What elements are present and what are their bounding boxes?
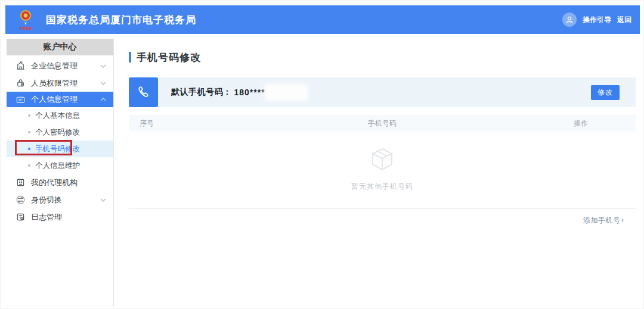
id-card-icon — [16, 95, 25, 104]
sidebar-item-identity-switch[interactable]: 身份切换 — [7, 191, 113, 208]
sidebar-item-label: 身份切换 — [31, 195, 94, 205]
operation-guide-link[interactable]: 操作引导 — [583, 15, 611, 25]
sidebar-item-label: 企业信息管理 — [31, 61, 94, 71]
chevron-down-icon — [100, 82, 106, 85]
logo-text: 中国税务 — [19, 26, 32, 29]
log-icon — [16, 213, 25, 221]
sidebar-subitem-phone-number-change[interactable]: 手机号码修改 — [7, 141, 113, 157]
sidebar-title: 账户中心 — [7, 39, 113, 55]
etax-app-window: 中国税务 国家税务总局厦门市电子税务局 操作引导 返回 账户中心 企业信息管理 … — [0, 0, 644, 309]
app-title: 国家税务总局厦门市电子税务局 — [46, 13, 196, 27]
chevron-down-icon — [100, 64, 106, 68]
sidebar-item-log-management[interactable]: 日志管理 — [7, 208, 113, 226]
sidebar: 账户中心 企业信息管理 人员权限管理 个人信息管理 个人基本信息 个人密码修改 … — [7, 39, 114, 307]
sidebar-subitem-personal-basic-info[interactable]: 个人基本信息 — [7, 107, 113, 124]
bullet-icon — [28, 114, 30, 117]
column-header-phone: 手机号码 — [368, 118, 397, 129]
sidebar-item-enterprise-info[interactable]: 企业信息管理 — [7, 55, 113, 74]
empty-state: 暂无其他手机号码 — [129, 146, 636, 192]
switch-icon — [16, 195, 25, 204]
enterprise-icon — [16, 61, 25, 70]
empty-state-text: 暂无其他手机号码 — [351, 182, 413, 192]
sidebar-item-label: 人员权限管理 — [31, 78, 94, 89]
sidebar-item-label: 我的代理机构 — [31, 177, 106, 188]
agency-icon — [16, 178, 25, 187]
user-avatar-icon[interactable] — [562, 13, 577, 27]
column-header-action: 操作 — [397, 118, 636, 129]
sidebar-item-personnel-permission[interactable]: 人员权限管理 — [7, 74, 113, 92]
phone-table-header: 序号 手机号码 操作 — [129, 115, 636, 132]
default-phone-card: 默认手机号码： 180**** 修改 — [129, 77, 636, 107]
chevron-down-icon — [100, 198, 106, 202]
title-accent-bar — [129, 52, 131, 63]
sidebar-subitem-label: 个人密码修改 — [35, 127, 80, 138]
sidebar-subitem-personal-info-maintenance[interactable]: 个人信息维护 — [7, 157, 113, 174]
sidebar-item-personal-info[interactable]: 个人信息管理 — [7, 92, 113, 107]
column-header-index: 序号 — [129, 118, 368, 129]
sidebar-subitem-label: 个人信息维护 — [35, 161, 80, 171]
permission-icon — [16, 79, 25, 88]
header-actions: 操作引导 返回 — [562, 13, 631, 27]
page-title-text: 手机号码修改 — [137, 51, 201, 64]
china-tax-logo-icon: 中国税务 — [14, 7, 38, 32]
default-phone-value: 180**** — [234, 88, 265, 97]
sidebar-subitem-password-change[interactable]: 个人密码修改 — [7, 124, 113, 141]
bullet-icon — [28, 131, 30, 133]
main-content: 手机号码修改 默认手机号码： 180**** 修改 序号 手机号码 操作 暂 — [129, 47, 636, 226]
page-title: 手机号码修改 — [129, 51, 636, 64]
app-header: 中国税务 国家税务总局厦门市电子税务局 操作引导 返回 — [5, 5, 640, 34]
chevron-up-icon — [100, 98, 106, 101]
bullet-icon — [28, 164, 30, 167]
divider — [129, 208, 636, 209]
sidebar-item-label: 个人信息管理 — [31, 94, 94, 105]
default-phone-label: 默认手机号码： — [171, 87, 232, 98]
censored-phone-blur — [267, 86, 306, 99]
empty-box-icon — [369, 146, 396, 173]
add-phone-link[interactable]: 添加手机号+ — [583, 216, 625, 224]
sidebar-item-label: 日志管理 — [31, 212, 106, 223]
bullet-icon — [28, 148, 30, 150]
sidebar-subitem-label: 手机号码修改 — [35, 144, 80, 154]
sidebar-subitem-label: 个人基本信息 — [35, 111, 80, 121]
modify-button[interactable]: 修改 — [591, 85, 620, 100]
back-link[interactable]: 返回 — [617, 15, 631, 25]
brand: 中国税务 国家税务总局厦门市电子税务局 — [14, 7, 196, 32]
add-phone-row: 添加手机号+ — [129, 214, 636, 226]
phone-icon — [129, 77, 158, 107]
sidebar-item-my-agency[interactable]: 我的代理机构 — [7, 174, 113, 191]
